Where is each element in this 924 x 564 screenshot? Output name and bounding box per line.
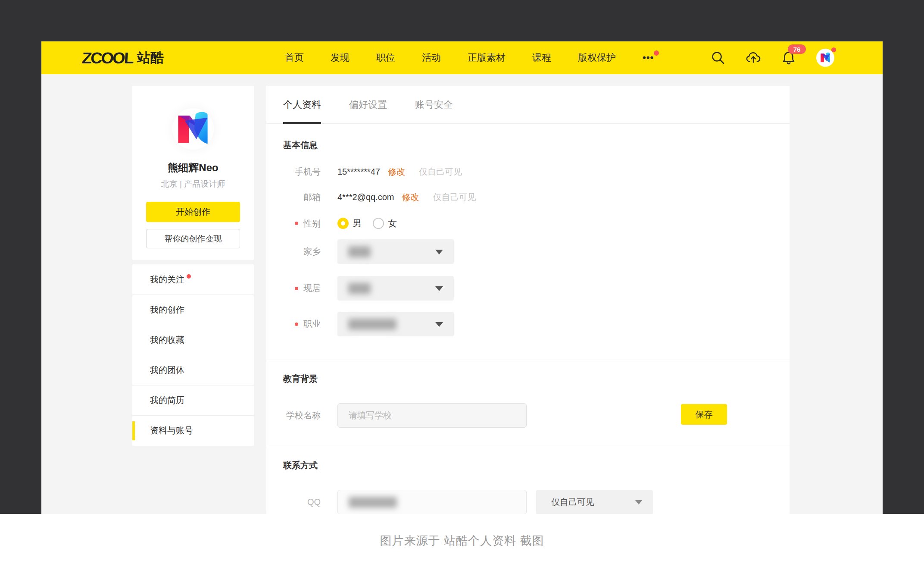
phone-visibility-note: 仅自己可见 — [419, 166, 462, 178]
save-button[interactable]: 保存 — [681, 404, 727, 425]
occupation-label: 职业 — [266, 318, 321, 330]
required-dot — [295, 222, 298, 225]
gender-radio-female[interactable] — [373, 218, 384, 229]
email-value: 4***2@qq.com — [337, 192, 394, 202]
image-caption: 图片来源于 站酷个人资料 截图 — [0, 533, 924, 548]
top-navbar: ZCOOL 站酷 首页 发现 职位 活动 正版素材 课程 版权保护 ••• — [41, 41, 883, 74]
nav-item-discover[interactable]: 发现 — [331, 51, 350, 64]
divider — [266, 447, 790, 447]
sidebar-item-label: 我的团体 — [150, 364, 184, 376]
sidebar-item-label: 我的简历 — [150, 395, 184, 406]
zcool-settings-page: ZCOOL 站酷 首页 发现 职位 活动 正版素材 课程 版权保护 ••• — [41, 41, 883, 514]
profile-name: 熊细辉Neo — [132, 161, 254, 175]
sidebar-item-label: 我的创作 — [150, 304, 184, 316]
sidebar-item-profile-account[interactable]: 资料与账号 — [132, 415, 254, 445]
redacted-value — [349, 497, 397, 508]
section-title-education: 教育背景 — [283, 373, 318, 385]
profile-card: 熊细辉Neo 北京 | 产品设计师 开始创作 帮你的创作变现 — [132, 86, 254, 260]
notification-badge: 76 — [788, 44, 806, 54]
sidebar-item-label: 我的收藏 — [150, 334, 184, 346]
qq-row: QQ 仅自己可见 — [266, 490, 790, 514]
settings-panel: 个人资料 偏好设置 账号安全 基本信息 手机号 15*******47 修改 仅… — [266, 86, 790, 514]
hometown-row: 家乡 — [266, 239, 790, 264]
gender-option-female: 女 — [388, 217, 397, 229]
phone-edit-link[interactable]: 修改 — [388, 166, 405, 178]
redacted-value — [348, 246, 371, 257]
unread-dot — [187, 274, 191, 279]
residence-row: 现居 — [266, 276, 790, 301]
tab-preferences[interactable]: 偏好设置 — [349, 86, 387, 123]
header-actions: 76 — [710, 41, 834, 74]
nav-item-home[interactable]: 首页 — [285, 51, 304, 64]
main-nav: 首页 发现 职位 活动 正版素材 课程 版权保护 ••• — [285, 41, 654, 74]
email-label: 邮箱 — [266, 191, 321, 203]
start-creating-button[interactable]: 开始创作 — [146, 202, 240, 222]
phone-row: 手机号 15*******47 修改 仅自己可见 — [266, 163, 790, 181]
settings-tabs: 个人资料 偏好设置 账号安全 — [266, 86, 790, 124]
chevron-down-icon — [435, 250, 443, 254]
section-title-basic-info: 基本信息 — [283, 139, 318, 151]
notifications-bell-icon[interactable]: 76 — [781, 50, 796, 66]
hometown-label: 家乡 — [266, 246, 321, 257]
sidebar-item-label: 我的关注 — [150, 274, 184, 285]
gender-option-male: 男 — [353, 217, 362, 229]
chevron-down-icon — [435, 286, 443, 291]
sidebar-item-my-works[interactable]: 我的创作 — [132, 295, 254, 325]
occupation-row: 职业 — [266, 312, 790, 336]
sidebar-item-label: 资料与账号 — [150, 425, 193, 436]
ellipsis-icon: ••• — [643, 52, 654, 63]
upload-cloud-icon[interactable] — [746, 50, 761, 66]
nav-item-courses[interactable]: 课程 — [532, 51, 551, 64]
zcool-logo[interactable]: ZCOOL 站酷 — [82, 41, 164, 74]
profile-meta: 北京 | 产品设计师 — [132, 179, 254, 190]
zcool-logo-wordmark: ZCOOL — [81, 49, 134, 66]
profile-avatar[interactable] — [172, 108, 214, 150]
email-visibility-note: 仅自己可见 — [433, 191, 476, 203]
required-dot — [295, 287, 298, 290]
gender-label: 性别 — [266, 218, 321, 229]
residence-select[interactable] — [337, 276, 454, 301]
gender-radio-male[interactable] — [337, 218, 349, 229]
redacted-value — [348, 283, 371, 294]
section-title-contact: 联系方式 — [283, 460, 318, 471]
tab-account-security[interactable]: 账号安全 — [415, 86, 453, 123]
hometown-select[interactable] — [337, 239, 454, 264]
qq-label: QQ — [266, 497, 321, 507]
residence-label: 现居 — [266, 282, 321, 294]
search-icon[interactable] — [710, 50, 726, 66]
avatar-notification-dot — [831, 47, 836, 52]
chevron-down-icon — [635, 500, 642, 504]
dark-backdrop: ZCOOL 站酷 首页 发现 职位 活动 正版素材 课程 版权保护 ••• — [0, 0, 924, 514]
phone-label: 手机号 — [266, 166, 321, 178]
occupation-select[interactable] — [337, 312, 454, 336]
zcool-logo-cn: 站酷 — [137, 49, 164, 67]
divider — [266, 360, 790, 360]
monetize-button[interactable]: 帮你的创作变现 — [146, 229, 240, 248]
email-row: 邮箱 4***2@qq.com 修改 仅自己可见 — [266, 188, 790, 206]
sidebar-item-following[interactable]: 我的关注 — [132, 264, 254, 295]
nav-item-licensed-assets[interactable]: 正版素材 — [468, 51, 506, 64]
nav-item-jobs[interactable]: 职位 — [376, 51, 395, 64]
redacted-value — [348, 319, 396, 330]
gender-row: 性别 男 女 — [266, 214, 790, 232]
nav-more-menu[interactable]: ••• — [643, 52, 654, 63]
sidebar-menu: 我的关注 我的创作 我的收藏 我的团体 我的简历 资料与账号 — [132, 264, 254, 446]
nav-item-events[interactable]: 活动 — [422, 51, 441, 64]
phone-value: 15*******47 — [337, 167, 380, 177]
required-dot — [295, 323, 298, 326]
qq-visibility-value: 仅自己可见 — [551, 496, 594, 508]
notification-dot — [654, 50, 659, 56]
qq-visibility-select[interactable]: 仅自己可见 — [536, 490, 653, 514]
tab-personal-profile[interactable]: 个人资料 — [283, 86, 321, 123]
sidebar-item-my-resume[interactable]: 我的简历 — [132, 385, 254, 415]
sidebar-item-my-groups[interactable]: 我的团体 — [132, 355, 254, 385]
sidebar-item-my-collections[interactable]: 我的收藏 — [132, 325, 254, 355]
chevron-down-icon — [435, 322, 443, 327]
school-name-label: 学校名称 — [266, 410, 321, 421]
qq-input[interactable] — [337, 490, 527, 514]
user-avatar[interactable] — [816, 49, 834, 67]
email-edit-link[interactable]: 修改 — [402, 191, 419, 203]
nav-item-copyright[interactable]: 版权保护 — [578, 51, 616, 64]
school-name-input[interactable] — [337, 403, 527, 428]
